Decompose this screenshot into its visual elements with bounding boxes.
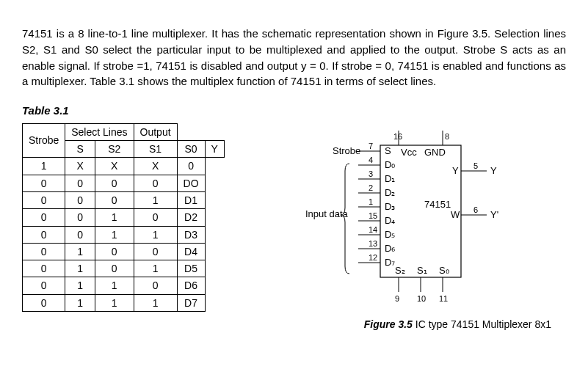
- svg-text:D₆: D₆: [385, 243, 395, 254]
- svg-text:Y: Y: [490, 165, 497, 176]
- svg-text:D₁: D₁: [385, 173, 395, 184]
- figure-caption: Figure 3.5 IC type 74151 Multiplexer 8x1: [364, 317, 566, 332]
- svg-text:11: 11: [439, 294, 448, 303]
- svg-text:Strobe: Strobe: [333, 145, 360, 156]
- svg-text:12: 12: [369, 253, 377, 262]
- svg-text:4: 4: [369, 156, 373, 164]
- th-select: Select Lines: [65, 123, 134, 140]
- sub-s: S: [65, 141, 95, 158]
- svg-text:S₀: S₀: [439, 265, 449, 276]
- svg-text:74151: 74151: [424, 199, 451, 210]
- svg-text:1: 1: [369, 197, 373, 206]
- sub-s2: S2: [95, 141, 134, 158]
- table-row: 0010D2: [23, 209, 225, 226]
- svg-text:Input data: Input data: [305, 208, 349, 219]
- svg-text:Vcc: Vcc: [401, 147, 417, 158]
- sub-s0: S0: [177, 141, 205, 158]
- svg-text:13: 13: [369, 239, 377, 248]
- svg-text:D₅: D₅: [385, 229, 395, 240]
- svg-text:Y': Y': [490, 209, 498, 220]
- svg-text:15: 15: [369, 211, 377, 220]
- svg-text:D₀: D₀: [385, 159, 395, 170]
- table-row: 0000DO: [23, 175, 225, 191]
- table-row: 0110D6: [23, 277, 225, 294]
- svg-text:D₄: D₄: [385, 215, 395, 226]
- table-row: 0011D3: [23, 226, 225, 243]
- svg-text:16: 16: [393, 132, 402, 141]
- th-output: Output: [134, 123, 177, 140]
- truth-table: Strobe Select Lines Output S S2 S1 S0 Y …: [22, 123, 225, 312]
- svg-text:S: S: [385, 145, 391, 156]
- svg-text:7: 7: [369, 142, 373, 150]
- table-row: 1XXX0: [23, 158, 225, 175]
- svg-text:9: 9: [395, 294, 399, 303]
- svg-text:10: 10: [417, 294, 426, 303]
- sub-y: Y: [205, 141, 224, 158]
- intro-paragraph: 74151 is a 8 line-to-1 line multiplexer.…: [22, 26, 566, 89]
- svg-text:S₂: S₂: [395, 265, 405, 276]
- sub-s1: S1: [134, 141, 177, 158]
- svg-text:D₃: D₃: [385, 201, 395, 212]
- table-row: 0100D4: [23, 243, 225, 260]
- svg-text:3: 3: [369, 169, 373, 178]
- svg-text:Y: Y: [452, 165, 459, 176]
- table-row: 0001D1: [23, 191, 225, 208]
- svg-text:2: 2: [369, 183, 373, 192]
- svg-text:W: W: [451, 209, 460, 220]
- svg-text:D₇: D₇: [385, 257, 395, 268]
- svg-text:GND: GND: [424, 147, 446, 158]
- th-strobe: Strobe: [23, 123, 65, 158]
- svg-text:5: 5: [473, 161, 478, 170]
- table-row: 0111D7: [23, 294, 225, 311]
- svg-text:14: 14: [369, 225, 377, 234]
- svg-text:6: 6: [473, 205, 478, 214]
- schematic-figure: 16 8 Vcc GND 74151 7S4D₀3D₁2D₂1D₃15D₄14D…: [292, 123, 527, 307]
- table-row: 0101D5: [23, 260, 225, 277]
- svg-text:D₂: D₂: [385, 187, 395, 198]
- svg-text:S₁: S₁: [417, 265, 427, 276]
- table-title: Table 3.1: [22, 103, 566, 119]
- svg-text:8: 8: [445, 132, 449, 141]
